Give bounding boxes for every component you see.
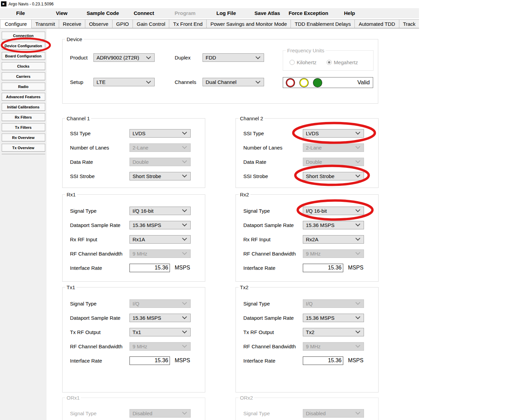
tab-receive[interactable]: Receive — [59, 19, 85, 28]
app-logo-icon: ▶ — [1, 1, 6, 6]
sidebar-item-advanced-features[interactable]: Advanced Features — [2, 93, 45, 101]
field-row: Tx RF OutputTx1 — [63, 325, 205, 339]
data-rate-dropdown: Double — [129, 158, 191, 166]
tab-transmit[interactable]: Transmit — [32, 19, 59, 28]
field-row: Interface RateMSPS — [63, 261, 205, 275]
tab-tdd-enablement-delays[interactable]: TDD Enablement Delays — [291, 19, 355, 28]
tab-tx-front-end[interactable]: Tx Front End — [169, 19, 207, 28]
product-dropdown[interactable]: ADRV9002 (2T2R) — [93, 53, 155, 62]
number-of-lanes-dropdown: 2-Lane — [129, 143, 191, 152]
sidebar-item-initial-calibrations[interactable]: Initial Calibrations — [2, 103, 45, 111]
tx-rf-output-dropdown[interactable]: Tx1 — [129, 328, 191, 336]
sidebar-item-connection[interactable]: Connection — [2, 32, 45, 39]
data-rate-label: Data Rate — [243, 159, 303, 165]
sidebar-item-board-configuration[interactable]: Board Configuration — [2, 52, 45, 60]
number-of-lanes-label: Number of Lanes — [70, 145, 129, 151]
channels-dropdown[interactable]: Dual Channel — [203, 78, 264, 86]
signal-type-value: I/Q 16-bit — [133, 208, 154, 214]
signal-type-label: Signal Type — [70, 410, 129, 416]
menu-item-sample-code[interactable]: Sample Code — [82, 8, 123, 18]
tab-gpio[interactable]: GPIO — [112, 19, 133, 28]
field-row: Dataport Sample Rate15.36 MSPS — [63, 311, 205, 325]
rx-rf-input-dropdown[interactable]: Rx1A — [129, 235, 191, 244]
field-row: RF Channel Bandwidth9 MHz — [236, 246, 378, 261]
tab-automated-tdd[interactable]: Automated TDD — [355, 19, 399, 28]
tx2-group: Tx2 Signal TypeI/QDataport Sample Rate15… — [236, 287, 379, 392]
sidebar-item-device-configuration[interactable]: Device Configuration — [2, 42, 45, 50]
ssi-type-dropdown[interactable]: LVDS — [129, 129, 191, 138]
radio-label: Megahertz — [334, 59, 358, 65]
rf-channel-bandwidth-value: 9 MHz — [306, 251, 320, 257]
data-rate-value: Double — [133, 159, 149, 165]
field-row: Rx RF InputRx1A — [63, 232, 205, 246]
chevron-down-icon — [355, 250, 360, 255]
duplex-value: FDD — [206, 55, 216, 60]
sidebar-item-rx-filters[interactable]: Rx Filters — [2, 113, 45, 121]
field-row: Number of Lanes2-Lane — [236, 140, 378, 155]
sidebar-item-rx-overview[interactable]: Rx Overview — [2, 134, 45, 141]
menu-item-view[interactable]: View — [41, 8, 82, 18]
tab-bar: ConfigureTransmitReceiveObserveGPIOGain … — [0, 19, 419, 29]
ssi-type-dropdown[interactable]: LVDS — [303, 129, 364, 138]
tx-rf-output-dropdown[interactable]: Tx2 — [303, 328, 364, 336]
tab-power-savings-and-monitor-mode[interactable]: Power Savings and Monitor Mode — [207, 19, 291, 28]
red-indicator-icon — [286, 78, 295, 87]
group-caption: Frequency Units — [286, 48, 326, 53]
dataport-sample-rate-value: 15.36 MSPS — [133, 315, 161, 321]
menu-item-save-atlas[interactable]: Save Atlas — [247, 8, 288, 18]
signal-type-label: Signal Type — [70, 301, 129, 307]
menu-item-help[interactable]: Help — [329, 8, 370, 18]
dataport-sample-rate-dropdown[interactable]: 15.36 MSPS — [303, 314, 364, 322]
ssi-strobe-dropdown[interactable]: Short Strobe — [303, 172, 364, 180]
tab-observe[interactable]: Observe — [85, 19, 112, 28]
signal-type-label: Signal Type — [243, 208, 303, 214]
menu-item-log-file[interactable]: Log File — [206, 8, 247, 18]
data-rate-label: Data Rate — [70, 159, 129, 165]
chevron-down-icon — [355, 236, 360, 241]
duplex-dropdown[interactable]: FDD — [203, 53, 264, 62]
number-of-lanes-value: 2-Lane — [133, 145, 149, 151]
rf-channel-bandwidth-value: 9 MHz — [306, 344, 320, 349]
dataport-sample-rate-dropdown[interactable]: 15.36 MSPS — [129, 314, 191, 322]
chevron-down-icon — [182, 329, 187, 333]
interface-rate-input[interactable] — [129, 264, 170, 272]
tab-gain-control[interactable]: Gain Control — [133, 19, 169, 28]
menu-item-file[interactable]: File — [0, 8, 41, 18]
sidebar-item-radio[interactable]: Radio — [2, 83, 45, 90]
tab-configure[interactable]: Configure — [0, 19, 32, 29]
menu-item-force-exception[interactable]: Force Exception — [288, 8, 329, 18]
group-caption: Channel 1 — [65, 116, 91, 121]
tx-rf-output-value: Tx1 — [133, 329, 141, 335]
chevron-down-icon — [182, 300, 187, 305]
interface-rate-input[interactable] — [303, 264, 343, 272]
channels-label: Channels — [175, 78, 196, 87]
argo-navis-window: ▶ Argo Navis - 0.23.1.5096 FileViewSampl… — [0, 0, 522, 420]
tab-track[interactable]: Track — [399, 19, 419, 28]
field-row: RF Channel Bandwidth9 MHz — [63, 246, 205, 261]
sidebar-item-clocks[interactable]: Clocks — [2, 62, 45, 70]
signal-type-dropdown[interactable]: I/Q 16-bit — [303, 207, 364, 215]
signal-type-dropdown[interactable]: I/Q 16-bit — [129, 207, 191, 215]
sidebar-item-carriers[interactable]: Carriers — [2, 72, 45, 80]
sidebar-item-tx-overview[interactable]: Tx Overview — [2, 144, 45, 152]
unit-label: MSPS — [348, 265, 363, 271]
field-row: Dataport Sample Rate15.36 MSPS — [236, 218, 378, 232]
interface-rate-label: Interface Rate — [243, 358, 303, 364]
radio-kilohertz: Kilohertz — [290, 59, 316, 65]
field-row: Signal TypeI/Q — [63, 296, 205, 311]
rx-rf-input-dropdown[interactable]: Rx2A — [303, 235, 364, 244]
sidebar-item-tx-filters[interactable]: Tx Filters — [2, 123, 45, 131]
menu-item-connect[interactable]: Connect — [123, 8, 164, 18]
window-title: Argo Navis - 0.23.1.5096 — [8, 2, 54, 6]
dataport-sample-rate-dropdown[interactable]: 15.36 MSPS — [129, 221, 191, 229]
sidebar-separator — [2, 154, 45, 155]
interface-rate-input[interactable] — [129, 356, 170, 365]
signal-type-value: I/Q — [133, 301, 139, 307]
setup-dropdown[interactable]: LTE — [93, 78, 155, 86]
rx-rf-input-label: Rx RF Input — [243, 237, 303, 242]
ssi-strobe-dropdown[interactable]: Short Strobe — [129, 172, 191, 180]
field-row: RF Channel Bandwidth9 MHz — [236, 339, 378, 353]
dataport-sample-rate-dropdown[interactable]: 15.36 MSPS — [303, 221, 364, 229]
rf-channel-bandwidth-dropdown: 9 MHz — [129, 342, 191, 351]
interface-rate-input[interactable] — [303, 356, 343, 365]
